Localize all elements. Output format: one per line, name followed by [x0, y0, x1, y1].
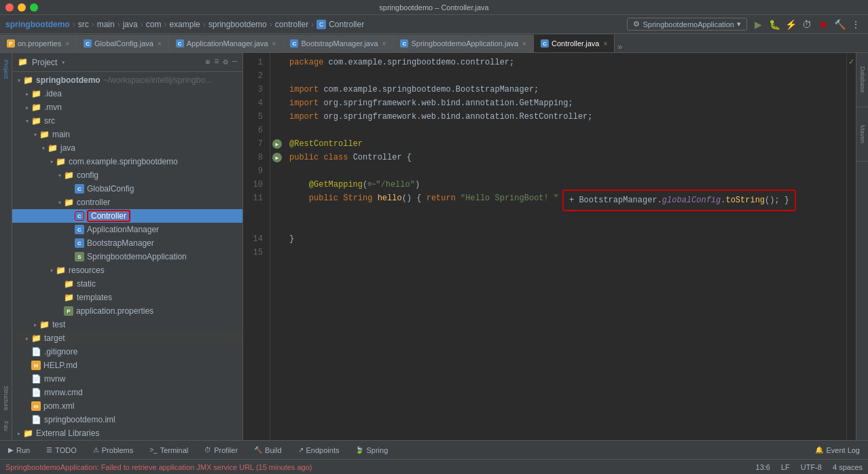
run-tool-label: Run	[16, 446, 30, 454]
close-panel-icon[interactable]: —	[232, 57, 237, 67]
database-panel-toggle[interactable]: Database	[856, 53, 868, 107]
close-button[interactable]	[5, 3, 14, 12]
tree-idea[interactable]: ▸ 📁 .idea	[12, 87, 242, 101]
arrow-config: ▾	[56, 172, 64, 179]
maven-panel-toggle[interactable]: Maven	[856, 107, 868, 162]
tree-config[interactable]: ▾ 📁 config	[12, 168, 242, 182]
run-config-button[interactable]: ⚙ SpringbootdemoApplication ▾	[627, 18, 747, 31]
tree-static[interactable]: 📁 static	[12, 277, 242, 291]
tabs-overflow-button[interactable]: »	[615, 43, 625, 52]
code-content[interactable]: package com.example.springbootdemo.contr…	[284, 53, 846, 440]
tree-label-mvn: .mvn	[44, 103, 62, 112]
profile-button[interactable]: ⏱	[800, 18, 814, 31]
project-panel-toggle[interactable]: Project	[1, 56, 12, 83]
run-config-dropdown-icon: ▾	[737, 20, 741, 29]
tab-application-manager[interactable]: C ApplicationManager.java ×	[169, 35, 284, 52]
tree-mvn[interactable]: ▸ 📁 .mvn	[12, 101, 242, 114]
debug-button[interactable]: 🐛	[767, 18, 781, 31]
run-with-coverage-button[interactable]: ⚡	[784, 18, 797, 31]
tree-controller[interactable]: C Controller	[12, 209, 242, 223]
tree-src[interactable]: ▾ 📁 src	[12, 114, 242, 128]
status-position[interactable]: 13:6	[756, 463, 770, 471]
tree-label-global-config: GlobalConfig	[87, 184, 134, 194]
arrow-com-example: ▾	[48, 159, 56, 165]
status-indent[interactable]: 4 spaces	[833, 463, 863, 471]
tree-mvnw-cmd[interactable]: 📄 mvnw.cmd	[12, 386, 242, 399]
structure-panel-toggle[interactable]: Structure	[1, 384, 12, 412]
tree-templates[interactable]: 📁 templates	[12, 291, 242, 304]
stop-button[interactable]: ■	[816, 18, 830, 31]
tree-gitignore[interactable]: 📄 .gitignore	[12, 345, 242, 359]
breadcrumb-java[interactable]: java	[123, 20, 138, 29]
breadcrumb-controller-pkg[interactable]: controller	[275, 20, 308, 29]
project-dropdown-icon[interactable]: ▾	[61, 58, 65, 67]
tab-controller[interactable]: C Controller.java ×	[534, 35, 615, 52]
terminal-button[interactable]: >_ Terminal	[147, 445, 191, 456]
tree-external-libs[interactable]: ▸ 📁 External Libraries	[12, 426, 242, 440]
locate-file-icon[interactable]: ⊕	[205, 57, 210, 67]
tab-close-controller[interactable]: ×	[603, 40, 607, 48]
maximize-button[interactable]	[30, 3, 38, 12]
breadcrumb-project[interactable]: springbootdemo	[5, 20, 70, 29]
tab-springbootdemo-app[interactable]: C SpringbootdemoApplication.java ×	[393, 35, 534, 52]
tree-label-root: springbootdemo	[36, 75, 101, 85]
tree-com-example[interactable]: ▾ 📁 com.example.springbootdemo	[12, 155, 242, 168]
settings-icon[interactable]: ⚙	[223, 57, 228, 67]
tree-root[interactable]: ▾ 📁 springbootdemo ~/workspace/intellij/…	[12, 73, 242, 87]
tree-app-properties[interactable]: P application.properties	[12, 304, 242, 318]
tab-global-config[interactable]: C GlobalConfig.java ×	[77, 35, 169, 52]
build-button[interactable]: 🔨	[833, 18, 846, 31]
minimize-button[interactable]	[18, 3, 26, 12]
tree-main[interactable]: ▾ 📁 main	[12, 128, 242, 141]
problems-button[interactable]: ⚠ Problems	[90, 445, 136, 456]
code-line-14: }	[289, 232, 841, 246]
tree-application-manager[interactable]: C ApplicationManager	[12, 223, 242, 236]
tree-label-controller: Controller	[87, 210, 130, 222]
tab-close-springbootdemo-app[interactable]: ×	[522, 40, 526, 48]
tab-label-controller: Controller.java	[551, 39, 599, 48]
tree-mvnw[interactable]: 📄 mvnw	[12, 372, 242, 386]
settings-button[interactable]: ⋮	[849, 18, 863, 31]
tab-close-app-manager[interactable]: ×	[272, 40, 276, 48]
tree-springbootdemo-app[interactable]: S SpringbootdemoApplication	[12, 250, 242, 263]
window-title: springbootdemo – Controller.java	[379, 3, 488, 12]
tab-on-properties[interactable]: P on.properties ×	[0, 35, 77, 52]
window-controls[interactable]	[5, 3, 38, 12]
tree-java[interactable]: ▾ 📁 java	[12, 141, 242, 155]
tab-bootstrap-manager[interactable]: C BootstrapManager.java ×	[283, 35, 393, 52]
spring-button[interactable]: 🍃 Spring	[352, 445, 391, 456]
tree-iml[interactable]: 📄 springbootdemo.iml	[12, 413, 242, 426]
status-line-ending[interactable]: LF	[781, 463, 790, 471]
validation-checkmark: ✓	[849, 56, 854, 67]
breadcrumb-src[interactable]: src	[78, 20, 89, 29]
breadcrumb-example[interactable]: example	[169, 20, 200, 29]
favorites-panel-toggle[interactable]: Fav	[1, 413, 12, 440]
collapse-all-icon[interactable]: ≡	[214, 57, 219, 67]
tree-controller-pkg[interactable]: ▾ 📁 controller	[12, 196, 242, 209]
run-tool-button[interactable]: ▶ Run	[5, 445, 33, 456]
run-button[interactable]: ▶	[751, 18, 765, 31]
tree-global-config[interactable]: C GlobalConfig	[12, 182, 242, 196]
gutter-run-icon-8[interactable]: ▶	[272, 153, 282, 162]
build-tool-button[interactable]: 🔨 Build	[251, 445, 284, 456]
tree-bootstrap-manager[interactable]: C BootstrapManager	[12, 236, 242, 250]
tree-resources[interactable]: ▾ 📁 resources	[12, 263, 242, 277]
profiler-button[interactable]: ⏱ Profiler	[202, 445, 240, 456]
tree-help[interactable]: H HELP.md	[12, 359, 242, 372]
tree-pom[interactable]: m pom.xml	[12, 399, 242, 413]
folder-icon-static: 📁	[64, 279, 74, 289]
gutter-run-icon-7[interactable]: ▶	[272, 139, 282, 149]
breadcrumb-springbootdemo[interactable]: springbootdemo	[209, 20, 267, 29]
tree-test[interactable]: ▸ 📁 test	[12, 318, 242, 331]
tree-target[interactable]: ▸ 📁 target	[12, 331, 242, 345]
breadcrumb-main[interactable]: main	[97, 20, 115, 29]
tab-close-global-config[interactable]: ×	[158, 40, 162, 48]
event-log-button[interactable]: 🔔 Event Log	[812, 445, 863, 456]
tab-close-bootstrap[interactable]: ×	[382, 40, 386, 48]
breadcrumb-com[interactable]: com	[146, 20, 162, 29]
status-encoding[interactable]: UTF-8	[801, 463, 822, 471]
tab-close-properties[interactable]: ×	[65, 40, 69, 48]
breadcrumb-controller[interactable]: Controller	[329, 20, 364, 29]
endpoints-button[interactable]: ↗ Endpoints	[295, 445, 342, 456]
todo-button[interactable]: ☰ TODO	[43, 445, 79, 456]
